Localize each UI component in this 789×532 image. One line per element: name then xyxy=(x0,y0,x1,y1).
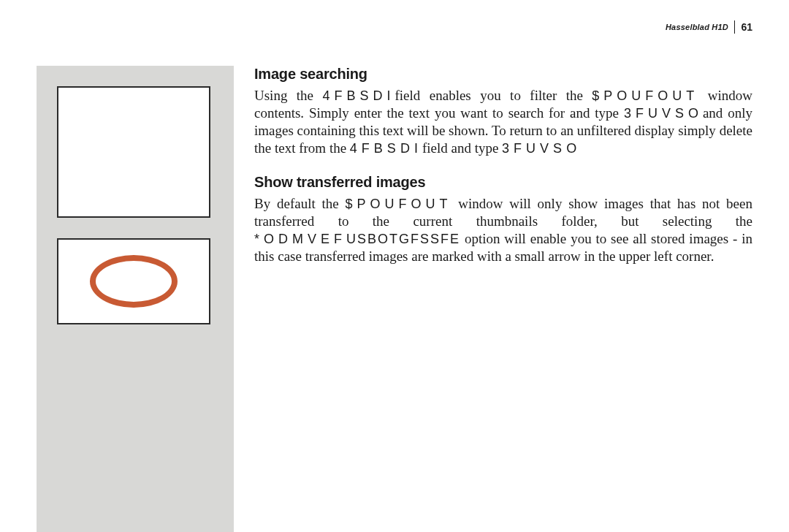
illustration-sidebar xyxy=(37,66,234,532)
thumbnail-blank xyxy=(57,86,210,218)
text-column: Image searching Using the 4FBSDIfield en… xyxy=(254,66,752,532)
page-root: Hasselblad H1D 61 Image searching Using … xyxy=(0,0,789,532)
ellipse-icon xyxy=(90,255,178,308)
section-body-1: Using the 4FBSDIfield enables you to fil… xyxy=(254,87,752,158)
thumbnail-ellipse xyxy=(57,238,210,324)
page-number: 61 xyxy=(741,21,752,33)
section-heading-1: Image searching xyxy=(254,66,752,83)
content-row: Image searching Using the 4FBSDIfield en… xyxy=(37,66,752,532)
page-header: Hasselblad H1D 61 xyxy=(666,20,752,34)
header-divider xyxy=(734,20,736,34)
section-heading-2: Show transferred images xyxy=(254,174,752,191)
section-body-2: By default the $POUFOUT window will only… xyxy=(254,195,752,266)
product-model: Hasselblad H1D xyxy=(666,23,728,31)
